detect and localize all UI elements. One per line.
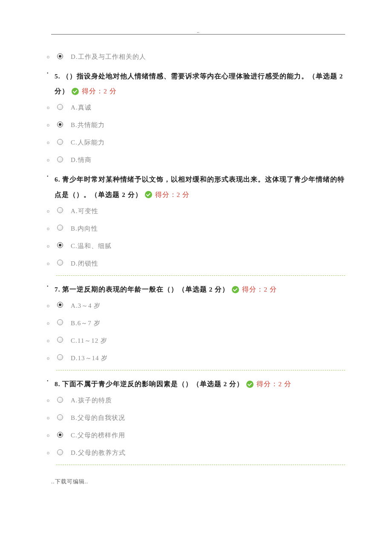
option-row[interactable]: o A.3～4 岁 [47, 300, 345, 312]
option-label: A.真诚 [71, 104, 92, 112]
score-suffix: 分 [180, 191, 190, 198]
option-label: B.内向性 [71, 225, 98, 233]
radio-icon[interactable] [57, 104, 63, 110]
question-row: • 6. 青少年时常对某种情绪予以文饰，以相对缓和的形式表现出来。这体现了青少年… [47, 172, 345, 202]
option-row[interactable]: o A.孩子的特质 [47, 395, 345, 406]
list-bullet: o [47, 54, 55, 60]
question-text-wrap: 8. 下面不属于青少年逆反的影响因素是（）（单选题 2 分） 得分：2 分 [55, 376, 345, 391]
question-text-wrap: 6. 青少年时常对某种情绪予以文饰，以相对缓和的形式表现出来。这体现了青少年情绪… [55, 172, 345, 202]
question-number: 7. [55, 286, 61, 293]
option-label: D.13～14 岁 [71, 354, 108, 362]
score-label: 得分：2 分 [242, 286, 277, 293]
radio-selected-icon[interactable] [57, 242, 63, 248]
list-bullet: o [47, 415, 55, 421]
option-label: C.温和、细腻 [71, 242, 112, 250]
radio-icon[interactable] [57, 139, 63, 145]
option-label: A.孩子的特质 [71, 396, 112, 405]
radio-icon[interactable] [57, 260, 63, 266]
question-text: 青少年时常对某种情绪予以文饰，以相对缓和的形式表现出来。这体现了青少年情绪的特点… [55, 176, 345, 198]
check-icon [246, 381, 254, 388]
check-icon [232, 286, 239, 293]
radio-icon[interactable] [57, 449, 63, 455]
option-row[interactable]: o B.共情能力 [47, 119, 345, 131]
option-label: D.闭锁性 [71, 260, 98, 268]
option-row[interactable]: o B.内向性 [47, 223, 345, 234]
question-text: 下面不属于青少年逆反的影响因素是（）（单选题 2 分） [62, 380, 244, 387]
list-bullet: o [47, 104, 55, 111]
question-text: 第一逆反期的表现的年龄一般在（）（单选题 2 分） [62, 286, 230, 293]
list-bullet: o [47, 208, 55, 214]
header-rule [51, 34, 345, 35]
check-icon [145, 191, 152, 198]
option-label: C.11～12 岁 [71, 337, 107, 345]
score-suffix: 分 [107, 87, 117, 95]
option-label: D.情商 [71, 156, 92, 164]
list-bullet: o [47, 139, 55, 146]
option-row[interactable]: o C.11～12 岁 [47, 335, 345, 347]
radio-selected-icon[interactable] [57, 302, 63, 308]
option-label: B.共情能力 [71, 121, 105, 129]
question-text-wrap: 7. 第一逆反期的表现的年龄一般在（）（单选题 2 分） 得分：2 分 [55, 282, 345, 297]
question-number: 8. [55, 380, 61, 387]
option-label: D.工作及与工作相关的人 [71, 53, 146, 61]
question-divider [56, 370, 345, 370]
radio-icon[interactable] [57, 337, 63, 343]
option-row[interactable]: o C.人际能力 [47, 137, 345, 148]
footer-text: ..下载可编辑.. [51, 478, 345, 486]
quiz-content: o D.工作及与工作相关的人 • 5. （）指设身处地对他人情绪情感、需要诉求等… [47, 51, 345, 486]
score-prefix: 得分： [242, 286, 264, 293]
radio-icon[interactable] [57, 354, 63, 360]
option-row[interactable]: o A.可变性 [47, 205, 345, 217]
score-label: 得分：2 分 [82, 87, 117, 95]
radio-icon[interactable] [57, 225, 63, 231]
score-label: 得分：2 分 [155, 191, 190, 198]
option-row[interactable]: o D.工作及与工作相关的人 [47, 51, 345, 63]
list-disc: • [47, 376, 55, 386]
radio-selected-icon[interactable] [57, 53, 63, 59]
list-bullet: o [47, 338, 55, 344]
check-icon [72, 88, 79, 95]
list-bullet: o [47, 122, 55, 128]
radio-icon[interactable] [57, 207, 63, 213]
option-row[interactable]: o C.父母的榜样作用 [47, 430, 345, 441]
score-value: 2 [104, 87, 107, 95]
question-row: • 5. （）指设身处地对他人情绪情感、需要诉求等内在心理体验进行感受的能力。（… [47, 69, 345, 98]
radio-selected-icon[interactable] [57, 432, 63, 438]
option-label: C.父母的榜样作用 [71, 431, 125, 439]
option-row[interactable]: o D.13～14 岁 [47, 353, 345, 364]
list-bullet: o [47, 157, 55, 163]
option-row[interactable]: o B.6～7 岁 [47, 318, 345, 329]
option-row[interactable]: o B.父母的自我状况 [47, 412, 345, 424]
option-row[interactable]: o D.父母的教养方式 [47, 447, 345, 459]
question-row: • 7. 第一逆反期的表现的年龄一般在（）（单选题 2 分） 得分：2 分 [47, 282, 345, 297]
option-label: C.人际能力 [71, 139, 105, 147]
radio-icon[interactable] [57, 414, 63, 420]
score-prefix: 得分： [82, 87, 104, 95]
option-label: D.父母的教养方式 [71, 449, 126, 457]
option-row[interactable]: o A.真诚 [47, 102, 345, 113]
list-disc: • [47, 282, 55, 291]
score-suffix: 分 [282, 380, 291, 387]
list-disc: • [47, 69, 55, 78]
list-bullet: o [47, 355, 55, 361]
option-row[interactable]: o D.情商 [47, 154, 345, 166]
score-value: 2 [177, 191, 181, 198]
question-number: 5. [55, 72, 61, 80]
option-row[interactable]: o D.闭锁性 [47, 258, 345, 269]
question-divider [56, 465, 345, 465]
list-bullet: o [47, 432, 55, 439]
list-bullet: o [47, 225, 55, 232]
radio-icon[interactable] [57, 319, 63, 325]
score-prefix: 得分： [155, 191, 177, 198]
page: o D.工作及与工作相关的人 • 5. （）指设身处地对他人情绪情感、需要诉求等… [0, 0, 392, 555]
radio-icon[interactable] [57, 156, 63, 162]
option-label: A.3～4 岁 [71, 302, 101, 310]
option-row[interactable]: o C.温和、细腻 [47, 240, 345, 252]
list-bullet: o [47, 397, 55, 404]
list-bullet: o [47, 303, 55, 309]
option-label: B.6～7 岁 [71, 319, 101, 327]
radio-icon[interactable] [57, 397, 63, 403]
list-disc: • [47, 172, 55, 181]
question-text-wrap: 5. （）指设身处地对他人情绪情感、需要诉求等内在心理体验进行感受的能力。（单选… [55, 69, 345, 98]
radio-selected-icon[interactable] [57, 121, 63, 127]
